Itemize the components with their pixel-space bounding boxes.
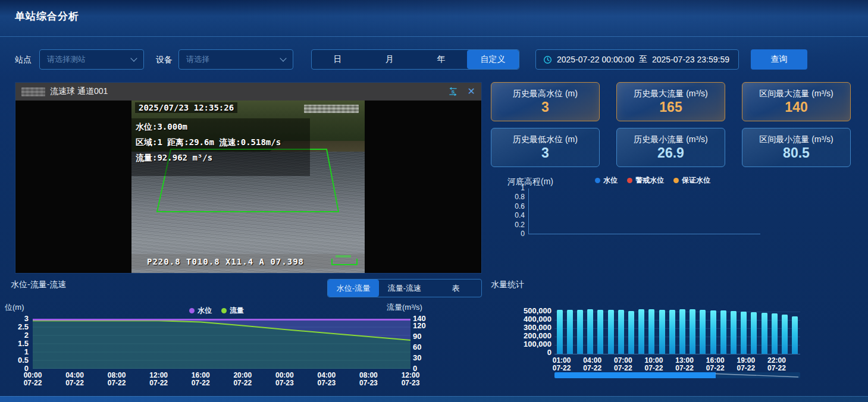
legend-dot-icon — [627, 178, 632, 183]
level-flow-legend: 水位流量 — [189, 306, 244, 316]
x-axis-label: 19:0007-22 — [737, 357, 755, 372]
volume-bar — [751, 312, 757, 354]
station-label: 站点 — [15, 55, 32, 65]
stat-label: 区间最大流量 (m³/s) — [759, 89, 833, 99]
stat-card: 历史最高水位 (m)3 — [491, 82, 600, 121]
video-header-actions: S ✕ — [448, 87, 475, 96]
close-icon[interactable]: ✕ — [468, 87, 475, 96]
axis-tick-label: 90 — [413, 332, 421, 341]
legend-item-保证水位[interactable]: 保证水位 — [673, 175, 710, 186]
device-select[interactable]: 请选择 — [178, 49, 293, 70]
range-tab-月[interactable]: 月 — [364, 50, 415, 69]
video-body: 2025/07/23 12:35:26 水位:3.000m 区域:1 距离:29… — [15, 100, 481, 273]
ptz-osd-bar: P220.8 T010.8 X11.4 A 07.398 — [131, 254, 365, 269]
elevation-y-axis-line — [528, 189, 529, 234]
data-zoom-shadow — [554, 372, 800, 378]
axis-tick-label: 0.2 — [503, 221, 525, 228]
axis-tick-label: 500,000 — [503, 307, 551, 315]
x-axis-label: 07:0007-22 — [614, 357, 632, 372]
x-axis-label: 01:0007-22 — [553, 357, 571, 372]
stat-label: 区间最小流量 (m³/s) — [759, 134, 833, 145]
station-select[interactable]: 请选择测站 — [39, 49, 144, 70]
volume-bar — [557, 310, 563, 354]
osd-water-level: 水位:3.000m — [136, 122, 187, 133]
range-tab-自定义[interactable]: 自定义 — [467, 50, 519, 69]
volume-bar — [669, 310, 675, 354]
stat-card: 历史最小流量 (m³/s)26.9 — [616, 128, 725, 167]
axis-tick-label: 30 — [413, 354, 421, 362]
redacted-station-name — [21, 87, 45, 96]
volume-bar — [720, 310, 726, 354]
volume-bar — [628, 311, 634, 354]
volume-bar — [567, 310, 573, 354]
date-end: 2025-07-23 23:59:59 — [652, 55, 729, 64]
x-axis-label: 04:0007-22 — [65, 372, 84, 387]
legend-item-警戒水位[interactable]: 警戒水位 — [627, 175, 664, 186]
stat-card: 区间最小流量 (m³/s)80.5 — [742, 128, 851, 167]
range-tab-年[interactable]: 年 — [415, 50, 467, 69]
query-button[interactable]: 查询 — [751, 49, 807, 70]
level-flow-section-title: 水位-流量-流速 — [11, 279, 66, 290]
volume-bar — [772, 313, 778, 354]
legend-dot-icon — [595, 178, 600, 183]
video-timestamp: 2025/07/23 12:35:26 — [135, 102, 237, 113]
volume-bar — [700, 310, 706, 354]
date-range-picker[interactable]: 2025-07-22 00:00:00 至 2025-07-23 23:59:5… — [535, 49, 739, 70]
tab-表[interactable]: 表 — [430, 279, 481, 297]
x-axis-label: 00:0007-23 — [275, 372, 294, 387]
stats-grid: 历史最高水位 (m)3历史最大流量 (m³/s)165区间最大流量 (m³/s)… — [491, 82, 851, 167]
chevron-down-icon — [280, 55, 286, 61]
volume-bar — [597, 310, 603, 354]
volume-bar — [618, 310, 624, 354]
elevation-x-axis-line — [528, 234, 760, 234]
axis-tick-label: 0 — [503, 348, 551, 357]
x-axis-label: 20:0007-22 — [233, 372, 252, 387]
tab-水位-流量[interactable]: 水位-流量 — [328, 279, 379, 297]
x-axis-label: 00:0007-22 — [24, 372, 42, 387]
stat-value: 26.9 — [657, 146, 684, 161]
axis-tick-label: 1 — [8, 348, 29, 356]
date-separator: 至 — [639, 54, 647, 65]
legend-dot-icon — [189, 308, 195, 313]
volume-section-title: 水量统计 — [491, 279, 524, 290]
stat-label: 历史最小流量 (m³/s) — [634, 134, 707, 145]
legend-dot-icon — [673, 178, 679, 183]
axis-tick-label: 2.5 — [8, 323, 29, 331]
level-flow-right-axis-name: 流量(m³/s) — [387, 302, 422, 313]
axis-tick-label: 0.5 — [8, 356, 29, 365]
legend-label: 水位 — [198, 306, 212, 316]
stat-card: 历史最大流量 (m³/s)165 — [616, 82, 725, 121]
volume-bar — [690, 309, 695, 354]
page-title: 单站综合分析 — [15, 10, 79, 23]
stream-switch-icon[interactable]: S — [448, 87, 458, 96]
legend-item-水位[interactable]: 水位 — [189, 306, 212, 316]
axis-tick-label: 100,000 — [503, 340, 551, 348]
x-axis-label: 22:0007-22 — [767, 357, 786, 372]
osd-flow: 流量:92.962 m³/s — [136, 153, 212, 164]
axis-tick-label: 0.6 — [503, 203, 525, 210]
data-zoom-slider[interactable] — [554, 372, 800, 378]
axis-tick-label: 0.8 — [503, 193, 525, 200]
range-tab-日[interactable]: 日 — [312, 50, 364, 69]
x-axis-label: 12:0007-22 — [149, 372, 168, 387]
page-header: 单站综合分析 — [0, 0, 868, 37]
volume-bar — [741, 312, 747, 354]
axis-tick-label: 300,000 — [503, 324, 551, 332]
axis-tick-label: 60 — [413, 343, 421, 351]
volume-bar — [731, 311, 737, 354]
level-flow-plot — [33, 319, 411, 369]
legend-label: 流量 — [230, 306, 244, 316]
legend-item-流量[interactable]: 流量 — [221, 306, 244, 316]
level-flow-x-axis: 00:0007-2204:0007-2208:0007-2212:0007-22… — [33, 372, 411, 388]
legend-item-水位[interactable]: 水位 — [595, 175, 618, 186]
clock-icon — [543, 55, 552, 64]
x-axis-label: 16:0007-22 — [192, 372, 210, 387]
stat-label: 历史最大流量 (m³/s) — [634, 89, 707, 99]
device-select-value: 请选择 — [186, 54, 276, 65]
video-panel: 流速球 通道001 S ✕ 2025/07/23 12:35:26 — [15, 82, 482, 274]
volume-bar — [648, 309, 654, 354]
x-axis-label: 04:0007-23 — [318, 372, 336, 387]
tab-流量-流速[interactable]: 流量-流速 — [379, 279, 430, 297]
x-axis-label: 13:0007-22 — [675, 357, 694, 372]
stat-card: 历史最低水位 (m)3 — [491, 128, 600, 167]
